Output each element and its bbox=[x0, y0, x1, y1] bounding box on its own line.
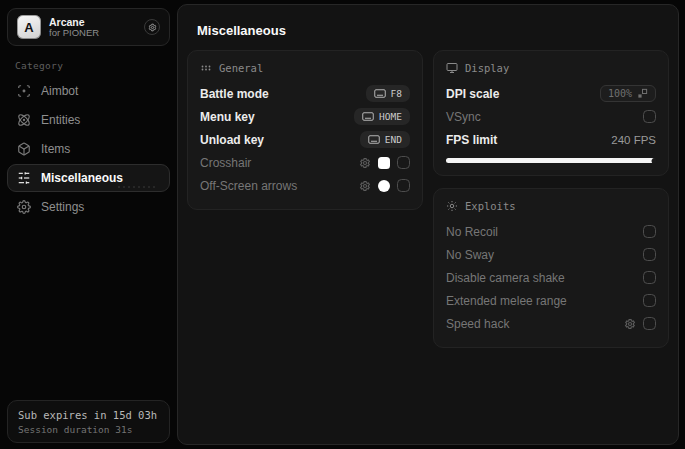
battle-mode-key-label: F8 bbox=[391, 88, 402, 99]
vsync-row: VSync bbox=[446, 105, 656, 128]
atom-icon bbox=[17, 113, 31, 127]
battle-mode-keybind-button[interactable]: F8 bbox=[366, 85, 410, 102]
no-recoil-label: No Recoil bbox=[446, 225, 498, 239]
app-logo: A bbox=[17, 15, 41, 39]
fps-limit-label: FPS limit bbox=[446, 133, 497, 147]
dpi-scale-label: DPI scale bbox=[446, 87, 499, 101]
fps-limit-value: 240 FPS bbox=[611, 134, 656, 146]
speed-hack-label: Speed hack bbox=[446, 317, 509, 331]
no-recoil-row: No Recoil bbox=[446, 220, 656, 243]
no-sway-label: No Sway bbox=[446, 248, 494, 262]
crosshair-checkbox[interactable] bbox=[397, 156, 410, 169]
battle-mode-row: Battle mode F8 bbox=[200, 82, 410, 105]
vsync-label: VSync bbox=[446, 110, 481, 124]
sidebar-item-miscellaneous[interactable]: Miscellaneous bbox=[7, 164, 170, 192]
sidebar: A Arcane for PIONER Category Aimbot Enti… bbox=[0, 0, 177, 449]
session-duration-text: Session duration 31s bbox=[18, 424, 159, 435]
no-sway-checkbox[interactable] bbox=[643, 248, 656, 261]
no-sway-row: No Sway bbox=[446, 243, 656, 266]
general-panel-header: General bbox=[219, 62, 263, 74]
package-icon bbox=[17, 142, 31, 156]
page-title: Miscellaneous bbox=[197, 23, 669, 38]
app-name: Arcane bbox=[49, 16, 136, 28]
logo-card: A Arcane for PIONER bbox=[7, 8, 170, 46]
extended-melee-range-label: Extended melee range bbox=[446, 294, 567, 308]
crosshair-label: Crosshair bbox=[200, 156, 251, 170]
display-panel: Display DPI scale 100% VSync bbox=[433, 50, 669, 176]
keyboard-icon bbox=[368, 135, 380, 144]
sliders-icon bbox=[17, 171, 31, 185]
main-content: Miscellaneous General Battle mode bbox=[177, 4, 679, 445]
vsync-checkbox[interactable] bbox=[643, 110, 656, 123]
unload-key-key-label: END bbox=[385, 134, 402, 145]
dpi-scale-value-button[interactable]: 100% bbox=[600, 85, 656, 102]
category-label: Category bbox=[15, 60, 170, 71]
sidebar-item-label: Miscellaneous bbox=[41, 171, 123, 185]
disable-camera-shake-row: Disable camera shake bbox=[446, 266, 656, 289]
active-item-dots bbox=[118, 186, 155, 188]
unload-key-label: Unload key bbox=[200, 133, 264, 147]
settings-gear-button[interactable] bbox=[144, 19, 160, 35]
sidebar-item-settings[interactable]: Settings bbox=[7, 193, 170, 221]
menu-key-label: Menu key bbox=[200, 110, 255, 124]
sidebar-nav: Aimbot Entities Items Miscellaneous bbox=[7, 77, 170, 222]
no-recoil-checkbox[interactable] bbox=[643, 225, 656, 238]
exploits-panel-header: Exploits bbox=[465, 200, 516, 212]
sidebar-item-entities[interactable]: Entities bbox=[7, 106, 170, 134]
fps-slider-knob[interactable] bbox=[651, 158, 656, 163]
subscription-status-card: Sub expires in 15d 03h Session duration … bbox=[7, 400, 170, 443]
exploits-panel: Exploits No Recoil No Sway Disable camer… bbox=[433, 188, 669, 348]
offscreen-arrows-color-swatch[interactable] bbox=[378, 180, 390, 192]
scan-icon bbox=[17, 84, 31, 98]
offscreen-arrows-checkbox[interactable] bbox=[397, 179, 410, 192]
keyboard-icon bbox=[374, 89, 386, 98]
dpi-scale-value: 100% bbox=[608, 88, 632, 99]
disable-camera-shake-checkbox[interactable] bbox=[643, 271, 656, 284]
offscreen-arrows-settings-gear-icon[interactable] bbox=[359, 180, 371, 192]
sidebar-item-items[interactable]: Items bbox=[7, 135, 170, 163]
sidebar-item-aimbot[interactable]: Aimbot bbox=[7, 77, 170, 105]
speed-hack-row: Speed hack bbox=[446, 312, 656, 335]
grid-dots-icon bbox=[200, 62, 212, 74]
general-panel: General Battle mode F8 Menu key bbox=[187, 50, 423, 210]
menu-key-row: Menu key HOME bbox=[200, 105, 410, 128]
fps-limit-row: FPS limit 240 FPS bbox=[446, 128, 656, 151]
monitor-icon bbox=[446, 62, 458, 74]
extended-melee-range-row: Extended melee range bbox=[446, 289, 656, 312]
sidebar-item-label: Settings bbox=[41, 200, 84, 214]
speed-hack-checkbox[interactable] bbox=[643, 317, 656, 330]
offscreen-arrows-row: Off-Screen arrows bbox=[200, 174, 410, 197]
sidebar-item-label: Aimbot bbox=[41, 84, 78, 98]
menu-key-key-label: HOME bbox=[379, 111, 402, 122]
extended-melee-range-checkbox[interactable] bbox=[643, 294, 656, 307]
sub-expires-text: Sub expires in 15d 03h bbox=[18, 409, 159, 421]
crosshair-settings-gear-icon[interactable] bbox=[359, 157, 371, 169]
keyboard-icon bbox=[362, 112, 374, 121]
sun-rays-icon bbox=[446, 200, 458, 212]
fps-slider-fill bbox=[446, 158, 654, 163]
dpi-scale-row: DPI scale 100% bbox=[446, 82, 656, 105]
speed-hack-settings-gear-icon[interactable] bbox=[624, 318, 636, 330]
sidebar-item-label: Items bbox=[41, 142, 70, 156]
app-subtitle: for PIONER bbox=[49, 28, 136, 39]
display-panel-header: Display bbox=[465, 62, 509, 74]
battle-mode-label: Battle mode bbox=[200, 87, 269, 101]
unload-key-row: Unload key END bbox=[200, 128, 410, 151]
offscreen-arrows-label: Off-Screen arrows bbox=[200, 179, 297, 193]
unload-key-keybind-button[interactable]: END bbox=[360, 131, 410, 148]
gear-icon bbox=[148, 23, 157, 32]
sidebar-item-label: Entities bbox=[41, 113, 80, 127]
disable-camera-shake-label: Disable camera shake bbox=[446, 271, 565, 285]
crosshair-color-swatch[interactable] bbox=[378, 157, 390, 169]
crosshair-row: Crosshair bbox=[200, 151, 410, 174]
gear-icon bbox=[17, 200, 31, 214]
fps-limit-slider[interactable] bbox=[446, 158, 656, 163]
scaling-icon bbox=[637, 88, 648, 99]
menu-key-keybind-button[interactable]: HOME bbox=[354, 108, 410, 125]
